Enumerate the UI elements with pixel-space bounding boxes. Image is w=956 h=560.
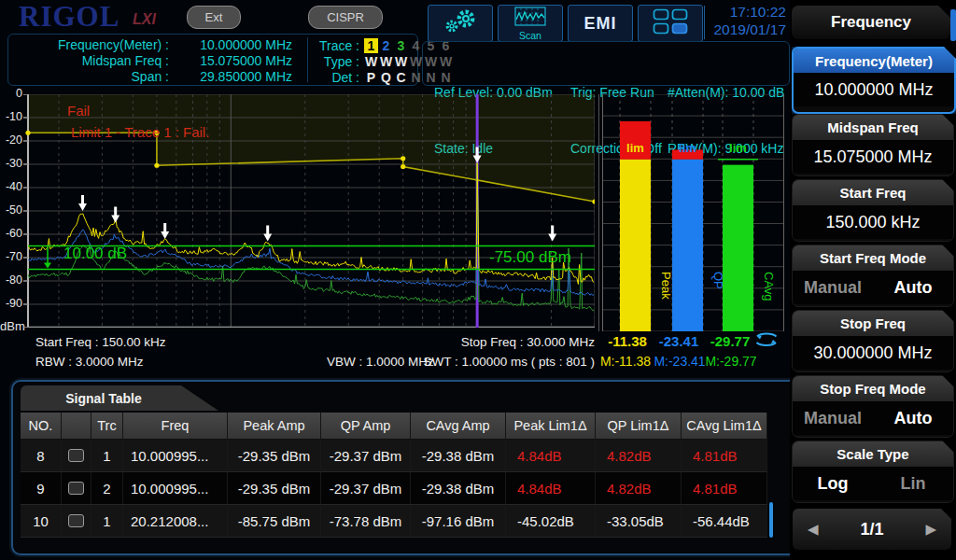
- meter-value: 15.075000 MHz: [169, 53, 292, 68]
- table-cell: -45.02dB: [506, 505, 596, 538]
- table-cell: 4.81dB: [682, 440, 767, 472]
- trace-number-2: 2: [379, 38, 393, 53]
- column-header: Freq: [123, 413, 228, 440]
- softkey-sidebar: Frequency Frequency(Meter)10.000000 MHzM…: [790, 0, 956, 560]
- table-row[interactable]: 9210.000995...-29.35 dBm-29.37 dBm-29.38…: [21, 472, 767, 505]
- date-text: 2019/01/17: [706, 21, 786, 38]
- lxi-badge: LXI: [133, 11, 156, 28]
- table-cell: 10.000995...: [123, 440, 228, 472]
- softkey-options: ManualAuto: [793, 271, 953, 304]
- fail-flag: Fail: [67, 103, 90, 119]
- row-checkbox-cell[interactable]: [62, 505, 91, 538]
- softkey-stop-freq-mode[interactable]: Stop Freq ModeManualAuto: [792, 375, 954, 438]
- plot-bar-divider: [598, 94, 599, 331]
- column-header: [62, 413, 91, 440]
- scan-button-label: Scan: [519, 31, 541, 40]
- meter-row: Midspan Freq : 15.075000 MHz: [8, 53, 292, 68]
- delta-line-label: 10.00 dB: [63, 245, 127, 263]
- menu-title: Frequency: [792, 6, 950, 39]
- trace-number-3: 3: [394, 38, 408, 53]
- trace-type-2: W: [379, 54, 393, 69]
- meter-label: Frequency(Meter) :: [8, 37, 169, 52]
- rbw-info-text: RBW : 3.0000 MHz: [35, 355, 144, 369]
- table-cell: -73.78 dBm: [321, 505, 411, 538]
- repeat-sweep-icon[interactable]: [752, 330, 780, 353]
- table-cell: 2: [91, 472, 123, 505]
- svg-text:Peak: Peak: [659, 272, 673, 300]
- option-lin[interactable]: Lin: [873, 474, 953, 494]
- ext-button[interactable]: Ext: [187, 6, 241, 29]
- system-setup-button[interactable]: [428, 5, 493, 42]
- page-prev-icon[interactable]: ◀: [808, 521, 819, 538]
- trace-label: Trace :: [313, 38, 359, 53]
- softkey-start-freq[interactable]: Start Freq150.000 kHz: [792, 179, 954, 242]
- time-text: 17:10:22: [706, 3, 786, 21]
- svg-text:lim: lim: [729, 141, 747, 155]
- cispr-button[interactable]: CISPR: [308, 6, 383, 29]
- column-header: QP Amp: [321, 413, 411, 440]
- swt-info-text: SWT : 1.00000 ms ( pts : 801 ): [387, 355, 595, 369]
- softkey-stop-freq[interactable]: Stop Freq30.000000 MHz: [792, 310, 954, 372]
- table-cell: -29.35 dBm: [228, 472, 321, 505]
- option-manual[interactable]: Manual: [793, 278, 873, 298]
- column-header: NO.: [21, 413, 62, 440]
- signal-table-tab[interactable]: Signal Table: [21, 385, 218, 411]
- row-checkbox[interactable]: [68, 514, 84, 527]
- softkey-label: Midspan Freq: [793, 115, 953, 140]
- peak-marker-icon: [111, 207, 120, 223]
- table-row[interactable]: 8110.000995...-29.35 dBm-29.37 dBm-29.38…: [21, 440, 767, 472]
- status-panel: Ref Level: 0.00 dBm State: Idle Trig: Fr…: [422, 41, 790, 86]
- peak-marker-icon: [78, 195, 87, 211]
- row-checkbox-cell[interactable]: [62, 440, 91, 472]
- panel-divider: [307, 37, 308, 82]
- row-checkbox[interactable]: [68, 482, 84, 495]
- softkey-label: Frequency(Meter): [794, 49, 954, 73]
- scan-waveform-icon: [513, 7, 547, 31]
- table-row[interactable]: 10120.212008...-85.75 dBm-73.78 dBm-97.1…: [21, 505, 767, 538]
- table-cell: -33.05dB: [596, 505, 682, 538]
- svg-text:lim: lim: [626, 141, 644, 155]
- header-divider: [704, 6, 705, 39]
- page-nav-button[interactable]: ◀ 1/1 ▶: [792, 508, 952, 551]
- layout-button[interactable]: [638, 5, 703, 42]
- softkey-scale-type[interactable]: Scale TypeLogLin: [792, 441, 954, 503]
- softkey-midspan-freq[interactable]: Midspan Freq15.075000 MHz: [792, 114, 954, 176]
- gear-icon: [441, 7, 480, 40]
- start-freq-text: Start Freq : 150.00 kHz: [35, 335, 166, 349]
- row-checkbox-cell[interactable]: [62, 472, 91, 505]
- page-next-icon[interactable]: ▶: [925, 521, 936, 538]
- scan-button[interactable]: Scan: [498, 5, 563, 42]
- meter-label: Span :: [8, 69, 169, 84]
- table-scrollbar[interactable]: [769, 502, 773, 538]
- softkey-label: Stop Freq: [793, 311, 953, 336]
- meter-info-panel: Frequency(Meter) : 10.000000 MHz Midspan…: [7, 34, 418, 86]
- y-tick-label: -20: [0, 133, 22, 147]
- row-checkbox[interactable]: [68, 449, 84, 462]
- table-cell: 9: [21, 472, 62, 505]
- option-auto[interactable]: Auto: [873, 278, 953, 298]
- trace-det-3: C: [394, 70, 408, 85]
- table-cell: 1: [91, 440, 123, 472]
- clock: 17:10:22 2019/01/17: [706, 3, 786, 38]
- trace-det-4: N: [409, 70, 423, 85]
- table-cell: -97.16 dBm: [411, 505, 506, 538]
- y-tick-label: -90: [0, 297, 22, 310]
- option-auto[interactable]: Auto: [873, 409, 953, 428]
- table-cell: 8: [21, 440, 62, 472]
- peak-marker-icon: [161, 223, 169, 239]
- emi-mode-button[interactable]: EMI: [568, 5, 633, 42]
- softkey-label: Start Freq Mode: [793, 245, 953, 271]
- option-manual[interactable]: Manual: [793, 409, 873, 428]
- softkey-start-freq-mode[interactable]: Start Freq ModeManualAuto: [792, 245, 954, 307]
- window-grid-icon: [653, 8, 688, 38]
- display-line-label: -75.00 dBm: [489, 248, 571, 267]
- det-label: Det :: [313, 70, 359, 85]
- analyzer-screen: RIGOL LXI Ext CISPR Scan EMI: [0, 0, 956, 560]
- column-header: CAvg Amp: [411, 413, 506, 440]
- svg-text:lim: lim: [679, 141, 696, 155]
- softkey-frequency-meter-[interactable]: Frequency(Meter)10.000000 MHz: [792, 47, 956, 114]
- table-cell: 4.82dB: [596, 440, 682, 472]
- stop-freq-text: Stop Freq : 30.000 MHz: [411, 335, 595, 349]
- meter-bar-chart: limPeaklimQPlimCAvg: [602, 94, 784, 331]
- option-log[interactable]: Log: [793, 474, 873, 494]
